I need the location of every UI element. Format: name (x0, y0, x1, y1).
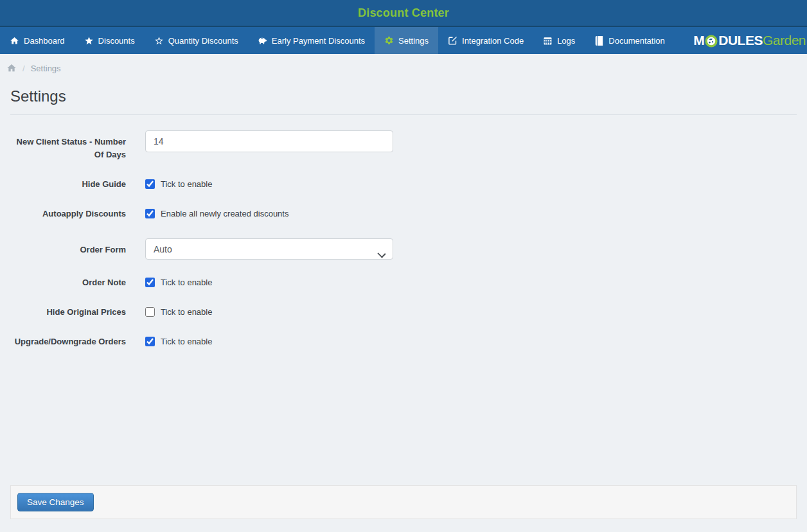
checkbox-label: Tick to enable (161, 278, 212, 287)
field-row-autoapply-discounts: Autoapply Discounts Enable all newly cre… (10, 209, 797, 218)
nav-tab-label: Integration Code (462, 36, 524, 46)
field-row-order-form: Order Form Auto (10, 238, 797, 260)
nav-tab-label: Quantity Discounts (168, 36, 238, 46)
order-form-select-wrap: Auto (145, 244, 393, 254)
nav-tab-label: Documentation (608, 36, 664, 46)
home-icon[interactable] (6, 63, 17, 73)
star-outline-icon (154, 36, 164, 46)
checkbox-label: Tick to enable (161, 179, 212, 189)
main-nav: Dashboard Discounts Quantity Discounts E… (0, 26, 807, 54)
field-label: Order Form (10, 238, 126, 256)
field-label: New Client Status - Number Of Days (10, 130, 126, 161)
app-titlebar: Discount Center (0, 0, 807, 26)
breadcrumb-current: Settings (31, 64, 61, 73)
checkbox-label: Tick to enable (161, 337, 212, 346)
checkbox-label: Enable all newly created discounts (161, 209, 288, 218)
field-label: Hide Original Prices (10, 307, 126, 317)
field-row-new-client-status: New Client Status - Number Of Days (10, 130, 797, 161)
nav-tab-dashboard[interactable]: Dashboard (0, 27, 75, 54)
nav-tab-label: Logs (557, 36, 575, 46)
logo-text-garden: Garden (763, 33, 806, 48)
form-actions-bar: Save Changes (10, 485, 797, 519)
globe-icon (705, 35, 718, 48)
nav-tab-settings[interactable]: Settings (375, 27, 438, 54)
new-client-status-days-input[interactable] (145, 130, 393, 152)
calendar-icon (543, 36, 553, 46)
settings-form: New Client Status - Number Of Days Hide … (10, 130, 797, 346)
edit-square-icon (448, 36, 457, 46)
order-form-select[interactable]: Auto (145, 238, 393, 260)
title-divider (10, 114, 797, 115)
hide-guide-checkbox[interactable] (145, 179, 155, 189)
nav-tab-label: Dashboard (24, 36, 65, 46)
field-row-upgrade-downgrade-orders: Upgrade/Downgrade Orders Tick to enable (10, 337, 797, 346)
breadcrumb: / Settings (0, 54, 807, 80)
home-icon (10, 36, 19, 46)
page-title: Settings (10, 87, 797, 105)
logo-text-dules: DULES (718, 33, 763, 48)
field-label: Upgrade/Downgrade Orders (10, 337, 126, 346)
checkbox-label: Tick to enable (161, 307, 212, 317)
settings-page: Settings New Client Status - Number Of D… (0, 80, 807, 485)
nav-tab-quantity-discounts[interactable]: Quantity Discounts (145, 27, 248, 54)
field-label: Hide Guide (10, 179, 126, 189)
logo-text-m: M (693, 33, 704, 48)
field-label: Order Note (10, 278, 126, 287)
nav-tab-label: Early Payment Discounts (272, 36, 365, 46)
gear-icon (384, 36, 394, 46)
nav-tab-discounts[interactable]: Discounts (75, 27, 145, 54)
order-note-checkbox[interactable] (145, 278, 155, 287)
save-changes-button[interactable]: Save Changes (17, 493, 94, 511)
field-row-hide-guide: Hide Guide Tick to enable (10, 179, 797, 189)
book-icon (594, 36, 604, 46)
field-label: Autoapply Discounts (10, 209, 126, 218)
field-row-hide-original-prices: Hide Original Prices Tick to enable (10, 307, 797, 317)
piggy-bank-icon (258, 36, 267, 46)
upgrade-downgrade-orders-checkbox[interactable] (145, 337, 155, 346)
nav-tab-integration-code[interactable]: Integration Code (438, 27, 533, 54)
nav-tab-label: Settings (398, 36, 429, 46)
star-icon (84, 36, 94, 46)
breadcrumb-separator: / (22, 64, 25, 73)
nav-tab-logs[interactable]: Logs (533, 27, 585, 54)
hide-original-prices-checkbox[interactable] (145, 307, 155, 317)
autoapply-discounts-checkbox[interactable] (145, 209, 155, 218)
nav-tab-documentation[interactable]: Documentation (585, 27, 674, 54)
nav-tab-label: Discounts (98, 36, 135, 46)
modulesgarden-logo: M DULES Garden (693, 27, 807, 54)
nav-tab-early-payment-discounts[interactable]: Early Payment Discounts (248, 27, 375, 54)
field-row-order-note: Order Note Tick to enable (10, 278, 797, 287)
app-title: Discount Center (358, 6, 449, 20)
